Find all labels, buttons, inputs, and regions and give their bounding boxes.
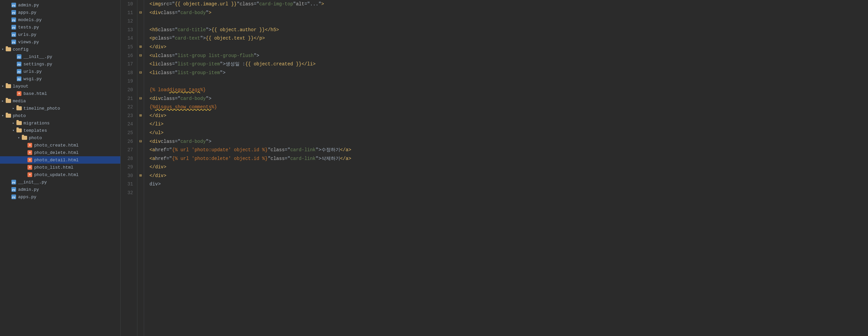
fold-icon-line-13 bbox=[137, 26, 144, 34]
line-num-22: 22 bbox=[123, 103, 133, 112]
code-line-32 bbox=[150, 189, 868, 197]
sidebar-item-photo-detail-html[interactable]: Hphoto_detail.html bbox=[0, 156, 120, 164]
code-line-20: {% load disqus_tags %} bbox=[150, 86, 868, 95]
sidebar-item-config-folder[interactable]: ▾config bbox=[0, 45, 120, 53]
tree-label-settings-py: settings.py bbox=[24, 62, 52, 67]
sidebar-item-photo-list-html[interactable]: Hphoto_list.html bbox=[0, 164, 120, 171]
sidebar-item-migrations-folder[interactable]: ▸migrations bbox=[0, 119, 120, 127]
line-num-16: 16 bbox=[123, 52, 133, 60]
line-num-28: 28 bbox=[123, 155, 133, 163]
line-num-19: 19 bbox=[123, 77, 133, 86]
fold-icon-line-18[interactable]: ⊟ bbox=[137, 69, 144, 78]
file-icon-html: H bbox=[27, 172, 33, 178]
token: =" bbox=[175, 95, 181, 103]
file-icon-py: py bbox=[11, 179, 17, 185]
token: =" bbox=[169, 0, 175, 9]
sidebar-item-photo-delete-html[interactable]: Hphoto_delete.html bbox=[0, 149, 120, 156]
sidebar-item-views-py[interactable]: pyviews.py bbox=[0, 38, 120, 45]
token: class bbox=[271, 155, 284, 163]
fold-open-icon[interactable]: ⊟ bbox=[140, 138, 142, 146]
sidebar-item-media-folder[interactable]: ▸media bbox=[0, 97, 120, 104]
code-editor: 1011121314151617181920212223242526272829… bbox=[121, 0, 868, 336]
token: " bbox=[237, 0, 239, 9]
sidebar-item-init-py-1[interactable]: py__init__.py bbox=[0, 53, 120, 60]
fold-open-icon[interactable]: ⊟ bbox=[140, 69, 142, 78]
sidebar-item-templates-folder[interactable]: ▾templates bbox=[0, 127, 120, 134]
fold-icon-line-21[interactable]: ⊟ bbox=[137, 95, 144, 103]
code-line-26: <div class="card-body"> bbox=[150, 138, 868, 146]
code-line-23: </div> bbox=[150, 112, 868, 120]
token: > bbox=[209, 9, 211, 18]
code-line-25: </ul> bbox=[150, 129, 868, 138]
tree-label-photo-folder: photo bbox=[13, 113, 26, 118]
token: list-group-item bbox=[178, 60, 220, 69]
sidebar-item-admin-py-1[interactable]: pyadmin.py bbox=[0, 1, 120, 9]
token: list-group list-group-flush bbox=[178, 52, 254, 60]
token: class bbox=[158, 60, 172, 69]
tree-arrow-photo-sub-folder: ▾ bbox=[16, 136, 22, 140]
fold-icon-line-15[interactable]: ⊞ bbox=[137, 43, 144, 52]
sidebar-item-base-html[interactable]: Hbase.html bbox=[0, 90, 120, 97]
sidebar-item-admin-py-2[interactable]: pyadmin.py bbox=[0, 186, 120, 193]
sidebar-item-models-py[interactable]: pymodels.py bbox=[0, 16, 120, 24]
token: " bbox=[268, 146, 271, 155]
sidebar-item-timeline-folder[interactable]: ▸timeline_photo bbox=[0, 104, 120, 112]
fold-icon-line-11[interactable]: ⊟ bbox=[137, 9, 144, 18]
code-line-16: <ul class="list-group list-group-flush"> bbox=[150, 52, 868, 60]
fold-icon-line-26[interactable]: ⊟ bbox=[137, 138, 144, 146]
token: =" bbox=[172, 26, 178, 34]
sidebar-item-layout-folder[interactable]: ▾layout bbox=[0, 83, 120, 90]
fold-open-icon[interactable]: ⊟ bbox=[140, 95, 142, 103]
file-icon-py: py bbox=[11, 9, 17, 16]
line-num-25: 25 bbox=[123, 129, 133, 138]
fold-open-icon[interactable]: ⊟ bbox=[140, 52, 142, 60]
token: class bbox=[158, 52, 172, 60]
token: </div> bbox=[150, 163, 166, 172]
token: {% url 'photo:delete' object.id %} bbox=[172, 155, 268, 163]
fold-close-icon[interactable]: ⊞ bbox=[140, 172, 142, 180]
fold-icon-line-30[interactable]: ⊞ bbox=[137, 172, 144, 180]
sidebar-item-settings-py[interactable]: pysettings.py bbox=[0, 60, 120, 68]
line-num-31: 31 bbox=[123, 180, 133, 189]
token: card-body bbox=[180, 9, 206, 18]
fold-icon-line-29 bbox=[137, 163, 144, 172]
tree-arrow-layout-folder: ▾ bbox=[0, 84, 5, 88]
token: <div bbox=[150, 9, 161, 18]
token: =" bbox=[175, 9, 181, 18]
sidebar-item-wsgi-py[interactable]: pywsgi.py bbox=[0, 75, 120, 83]
fold-icon-line-19 bbox=[137, 77, 144, 86]
token: </div> bbox=[150, 112, 166, 120]
tree-label-urls-py-1: urls.py bbox=[18, 32, 36, 37]
sidebar-item-urls-py-2[interactable]: pyurls.py bbox=[0, 68, 120, 75]
token: {% bbox=[150, 103, 155, 112]
tree-label-urls-py-2: urls.py bbox=[24, 69, 42, 74]
fold-open-icon[interactable]: ⊟ bbox=[140, 9, 142, 18]
sidebar-item-tests-py[interactable]: pytests.py bbox=[0, 24, 120, 31]
sidebar-item-photo-sub-folder[interactable]: ▾photo bbox=[0, 134, 120, 142]
fold-icon-line-23[interactable]: ⊞ bbox=[137, 112, 144, 120]
token: " bbox=[206, 9, 209, 18]
code-line-30: </div> bbox=[150, 172, 868, 180]
tree-label-migrations-folder: migrations bbox=[24, 121, 50, 126]
code-line-17: <li class="list-group-item">생성일 : {{ obj… bbox=[150, 60, 868, 69]
sidebar-item-photo-create-html[interactable]: Hphoto_create.html bbox=[0, 142, 120, 149]
fold-icon-line-28 bbox=[137, 155, 144, 163]
line-num-13: 13 bbox=[123, 26, 133, 34]
code-line-10: <img src="{{ object.image.url }}" class=… bbox=[150, 0, 868, 9]
file-icon-folder bbox=[16, 105, 22, 111]
sidebar-item-urls-py-1[interactable]: pyurls.py bbox=[0, 31, 120, 38]
tree-label-models-py: models.py bbox=[18, 18, 41, 23]
sidebar-item-init-py-2[interactable]: py__init__.py bbox=[0, 178, 120, 186]
sidebar-item-photo-update-html[interactable]: Hphoto_update.html bbox=[0, 171, 120, 178]
sidebar-item-apps-py-2[interactable]: pyapps.py bbox=[0, 193, 120, 201]
sidebar-item-photo-folder[interactable]: ▾photo bbox=[0, 112, 120, 119]
sidebar-item-apps-py-1[interactable]: pyapps.py bbox=[0, 9, 120, 16]
fold-close-icon[interactable]: ⊞ bbox=[140, 43, 142, 52]
token: <img bbox=[150, 0, 161, 9]
fold-close-icon[interactable]: ⊞ bbox=[140, 112, 142, 120]
fold-icon-line-16[interactable]: ⊟ bbox=[137, 52, 144, 60]
file-icon-folder bbox=[5, 113, 11, 119]
token: div> bbox=[150, 180, 161, 189]
tree-label-config-folder: config bbox=[13, 47, 29, 52]
token: "> bbox=[200, 34, 206, 43]
